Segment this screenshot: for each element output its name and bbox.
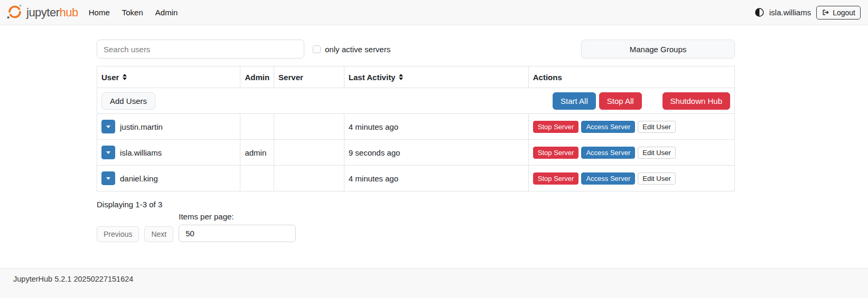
logout-label: Logout (833, 8, 855, 17)
stop-all-button[interactable]: Stop All (599, 92, 642, 110)
user-dropdown-button[interactable] (101, 171, 115, 185)
access-server-button[interactable]: Access Server (581, 147, 635, 159)
access-server-button[interactable]: Access Server (581, 172, 635, 185)
chevron-down-icon (106, 126, 110, 128)
header-admin: Admin (240, 66, 274, 88)
navbar: jupyterhub Home Token Admin isla.william… (0, 0, 868, 25)
header-user[interactable]: User (97, 66, 240, 88)
active-servers-filter: only active servers (313, 45, 390, 54)
table-row: justin.martin 4 minutes ago Stop Server … (97, 114, 735, 140)
edit-user-button[interactable]: Edit User (638, 172, 675, 185)
actions-cell: Stop Server Access Server Edit User (528, 140, 734, 166)
actions-cell: Stop Server Access Server Edit User (528, 166, 734, 191)
pagination-summary: Displaying 1-3 of 3 (97, 200, 735, 209)
previous-page-button[interactable]: Previous (97, 226, 139, 242)
user-cell: daniel.king (97, 166, 240, 191)
last-activity-cell: 4 minutes ago (344, 166, 528, 191)
username-label: daniel.king (120, 174, 158, 183)
nav-link-admin[interactable]: Admin (155, 8, 178, 17)
actions-cell: Stop Server Access Server Edit User (528, 114, 734, 140)
admin-cell (240, 114, 274, 140)
start-all-button[interactable]: Start All (553, 92, 596, 110)
last-activity-cell: 4 minutes ago (344, 114, 528, 140)
server-cell (274, 114, 344, 140)
user-cell: isla.williams (97, 140, 240, 166)
jupyterhub-brand[interactable]: jupyterhub (6, 4, 78, 22)
edit-user-button[interactable]: Edit User (638, 147, 675, 159)
shutdown-hub-button[interactable]: Shutdown Hub (662, 92, 730, 110)
stop-server-button[interactable]: Stop Server (533, 147, 579, 159)
table-control-row: Add Users Start All Stop All Shutdown Hu… (97, 88, 735, 114)
admin-panel: only active servers Manage Groups User A… (97, 40, 735, 242)
jupyterhub-logo-icon (6, 4, 24, 22)
nav-link-token[interactable]: Token (122, 8, 143, 17)
chevron-down-icon (106, 151, 110, 154)
search-input[interactable] (97, 40, 304, 59)
table-row: daniel.king 4 minutes ago Stop Server Ac… (97, 166, 735, 191)
add-users-button[interactable]: Add Users (101, 92, 155, 110)
items-per-page: Items per page: (179, 212, 296, 242)
chevron-down-icon (106, 177, 110, 180)
sort-up-down-icon[interactable] (399, 74, 403, 80)
username-label: isla.williams (120, 148, 162, 157)
user-dropdown-button[interactable] (101, 146, 115, 159)
username-label: justin.martin (120, 122, 163, 131)
header-user-label: User (101, 73, 119, 82)
navbar-right: isla.williams Logout (755, 6, 861, 20)
items-per-page-input[interactable] (179, 225, 296, 242)
users-table: User Admin Server Last Activity Actions (97, 66, 735, 191)
admin-cell: admin (240, 140, 274, 166)
user-dropdown-button[interactable] (101, 120, 115, 133)
stop-server-button[interactable]: Stop Server (533, 172, 579, 185)
next-page-button[interactable]: Next (144, 226, 173, 242)
only-active-servers-label: only active servers (325, 45, 390, 54)
access-server-button[interactable]: Access Server (581, 121, 635, 133)
table-header-row: User Admin Server Last Activity Actions (97, 66, 735, 88)
bulk-actions: Start All Stop All Shutdown Hub (553, 92, 730, 110)
only-active-servers-checkbox[interactable] (313, 45, 321, 53)
header-last-activity[interactable]: Last Activity (344, 66, 528, 88)
pagination: Displaying 1-3 of 3 Previous Next Items … (97, 200, 735, 242)
edit-user-button[interactable]: Edit User (638, 121, 675, 133)
current-user-label: isla.williams (769, 8, 811, 17)
box-arrow-right-icon (822, 8, 829, 16)
items-per-page-label: Items per page: (179, 212, 296, 221)
nav-links: Home Token Admin (89, 8, 178, 17)
brand-title: jupyterhub (26, 6, 78, 20)
nav-link-home[interactable]: Home (89, 8, 110, 17)
admin-cell (240, 166, 274, 191)
stop-server-button[interactable]: Stop Server (533, 121, 579, 133)
footer: JupyterHub 5.2.1 20250227151624 (0, 268, 868, 298)
user-cell: justin.martin (97, 114, 240, 140)
table-row: isla.williams admin 9 seconds ago Stop S… (97, 140, 735, 166)
version-label: JupyterHub 5.2.1 20250227151624 (13, 275, 133, 283)
header-server: Server (274, 66, 344, 88)
color-mode-toggle-icon[interactable] (755, 8, 764, 17)
header-last-activity-label: Last Activity (349, 73, 396, 82)
logout-button[interactable]: Logout (816, 6, 861, 20)
toolbar: only active servers Manage Groups (97, 40, 735, 59)
server-cell (274, 140, 344, 166)
last-activity-cell: 9 seconds ago (344, 140, 528, 166)
server-cell (274, 166, 344, 191)
sort-up-down-icon[interactable] (123, 74, 127, 80)
header-actions: Actions (528, 66, 734, 88)
manage-groups-button[interactable]: Manage Groups (581, 40, 735, 59)
